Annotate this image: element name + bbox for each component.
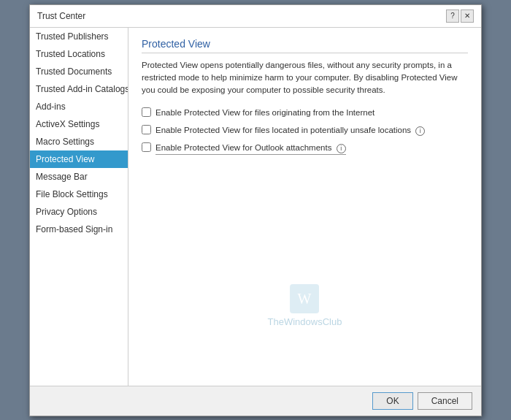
close-button[interactable]: ✕	[461, 9, 474, 23]
sidebar-item-privacy-options[interactable]: Privacy Options	[30, 203, 128, 221]
dialog-content: Trusted PublishersTrusted LocationsTrust…	[30, 28, 481, 386]
watermark: W TheWindowsClub	[268, 284, 342, 327]
info-icon-outlook[interactable]: i	[337, 144, 346, 153]
checkbox-row-internet: Enable Protected View for files originat…	[142, 107, 468, 118]
title-bar-left: Trust Center	[37, 11, 85, 21]
sidebar-item-trusted-locations[interactable]: Trusted Locations	[30, 45, 128, 63]
checkbox-outlook-label: Enable Protected View for Outlook attach…	[155, 142, 346, 154]
main-panel: Protected View Protected View opens pote…	[128, 28, 481, 386]
help-button[interactable]: ?	[446, 9, 459, 23]
watermark-text: TheWindowsClub	[268, 316, 342, 327]
checkbox-internet-label: Enable Protected View for files originat…	[155, 107, 374, 118]
dialog-footer: OK Cancel	[30, 386, 481, 416]
description-text: Protected View opens potentially dangero…	[142, 59, 468, 97]
sidebar-item-message-bar[interactable]: Message Bar	[30, 168, 128, 186]
checkbox-row-outlook: Enable Protected View for Outlook attach…	[142, 142, 468, 154]
sidebar-item-trusted-documents[interactable]: Trusted Documents	[30, 63, 128, 80]
cancel-button[interactable]: Cancel	[418, 392, 472, 410]
info-icon-unsafe[interactable]: i	[415, 126, 425, 136]
sidebar-item-file-block-settings[interactable]: File Block Settings	[30, 186, 128, 203]
title-bar: Trust Center ? ✕	[30, 5, 481, 28]
panel-title: Protected View	[142, 38, 468, 53]
checkbox-outlook[interactable]	[142, 142, 151, 152]
checkbox-unsafe-label: Enable Protected View for files located …	[155, 124, 425, 136]
checkbox-row-unsafe: Enable Protected View for files located …	[142, 124, 468, 136]
trust-center-dialog: Trust Center ? ✕ Trusted PublishersTrust…	[29, 4, 482, 416]
sidebar-item-activex-settings[interactable]: ActiveX Settings	[30, 115, 128, 133]
sidebar-item-add-ins[interactable]: Add-ins	[30, 98, 128, 115]
ok-button[interactable]: OK	[372, 392, 412, 410]
checkbox-unsafe[interactable]	[142, 125, 151, 134]
sidebar-item-macro-settings[interactable]: Macro Settings	[30, 133, 128, 150]
sidebar-item-form-based-sign-in[interactable]: Form-based Sign-in	[30, 221, 128, 238]
sidebar-item-trusted-add-in-catalog[interactable]: Trusted Add-in Catalogs	[30, 80, 128, 98]
svg-text:W: W	[298, 291, 312, 307]
sidebar: Trusted PublishersTrusted LocationsTrust…	[30, 28, 128, 386]
sidebar-item-trusted-publishers[interactable]: Trusted Publishers	[30, 28, 128, 45]
sidebar-item-protected-view[interactable]: Protected View	[30, 150, 128, 168]
title-bar-controls: ? ✕	[446, 9, 474, 23]
checkbox-internet[interactable]	[142, 107, 151, 117]
watermark-icon: W	[291, 284, 320, 313]
dialog-title: Trust Center	[37, 11, 85, 21]
